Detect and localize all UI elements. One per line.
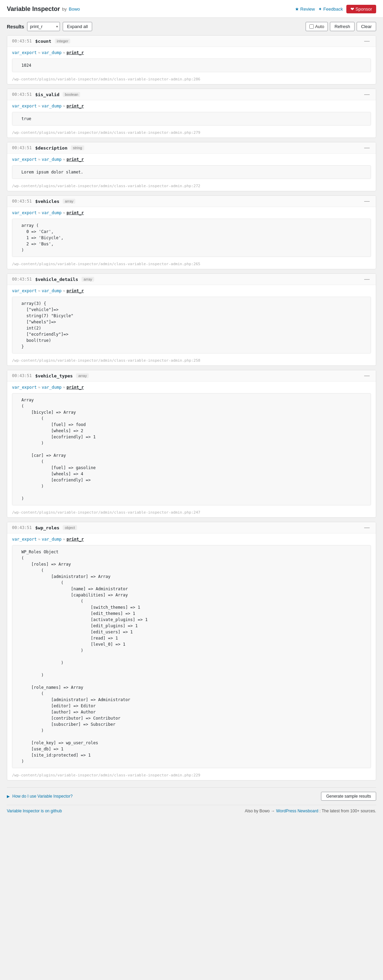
github-link[interactable]: is on github [41, 808, 62, 813]
plugin-link[interactable]: Variable Inspector [7, 808, 40, 813]
auto-checkbox[interactable] [310, 24, 314, 29]
result-header: 00:43:51 $is_valid boolean — [7, 89, 376, 100]
tab-var_export[interactable]: var_export [12, 385, 37, 390]
output-code: array(3) { ["vehicle"]=> string(7) "Bicy… [12, 297, 371, 353]
help-link[interactable]: How do I use Variable Inspector? [12, 794, 73, 799]
tab-var_export[interactable]: var_export [12, 50, 37, 55]
newsboard-link[interactable]: WordPress Newsboard [276, 808, 318, 813]
result-header-left: 00:43:51 $count integer [12, 39, 70, 44]
tab-separator: ≈ [38, 537, 40, 542]
toolbar-left: Results print_r var_dump var_export ▾ Ex… [7, 22, 92, 31]
result-card: 00:43:51 $wp_roles object — var_export≈v… [7, 522, 376, 781]
tab-var_export[interactable]: var_export [12, 157, 37, 162]
result-footer: /wp-content/plugins/variable-inspector/a… [7, 357, 376, 366]
timestamp: 00:43:51 [12, 92, 32, 97]
also-by-text: Also by Bowo → [245, 808, 275, 813]
tab-print_r[interactable]: print_r [67, 210, 84, 215]
collapse-button[interactable]: — [363, 199, 371, 204]
tab-var_export[interactable]: var_export [12, 210, 37, 215]
result-body: var_export≈var_dump≈print_r Array ( [bic… [7, 382, 376, 509]
clear-button[interactable]: Clear [357, 22, 376, 31]
result-card: 00:43:51 $count integer — var_export≈var… [7, 35, 376, 84]
tab-var_export[interactable]: var_export [12, 288, 37, 293]
page-header: Variable Inspector by Bowo ★ Review ✦ Fe… [0, 0, 383, 18]
tab-var_dump[interactable]: var_dump [42, 288, 62, 293]
tab-separator: ≈ [38, 104, 40, 108]
review-link[interactable]: ★ Review [295, 6, 315, 12]
result-body: var_export≈var_dump≈print_r true [7, 100, 376, 129]
sponsor-button[interactable]: ❤ Sponsor [346, 5, 376, 13]
result-header: 00:43:51 $description string — [7, 142, 376, 154]
tab-print_r[interactable]: print_r [67, 50, 84, 55]
collapse-button[interactable]: — [363, 145, 371, 151]
output-tabs: var_export≈var_dump≈print_r [12, 104, 371, 108]
timestamp: 00:43:51 [12, 373, 32, 378]
timestamp: 00:43:51 [12, 39, 32, 43]
format-select[interactable]: print_r var_dump var_export [27, 22, 60, 31]
tab-print_r[interactable]: print_r [67, 157, 84, 162]
tab-separator: ≈ [63, 288, 65, 293]
tab-var_export[interactable]: var_export [12, 537, 37, 542]
output-code: 1024 [12, 59, 371, 72]
tab-var_dump[interactable]: var_dump [42, 50, 62, 55]
var-name: $vehicle_details [35, 277, 78, 282]
result-footer: /wp-content/plugins/variable-inspector/a… [7, 260, 376, 269]
tab-print_r[interactable]: print_r [67, 104, 84, 108]
page-footer: ▶ How do I use Variable Inspector? Gener… [7, 788, 376, 805]
tab-separator: ≈ [63, 537, 65, 542]
expand-all-button[interactable]: Expand all [63, 22, 93, 31]
var-type: object [63, 525, 77, 530]
tab-print_r[interactable]: print_r [67, 537, 84, 542]
collapse-button[interactable]: — [363, 525, 371, 530]
tab-separator: ≈ [63, 104, 65, 108]
generate-button[interactable]: Generate sample results [321, 792, 376, 801]
var-type: boolean [63, 92, 80, 97]
result-header-left: 00:43:51 $vehicles array [12, 199, 75, 204]
format-select-wrap: print_r var_dump var_export ▾ [27, 22, 60, 31]
output-tabs: var_export≈var_dump≈print_r [12, 385, 371, 390]
tab-var_dump[interactable]: var_dump [42, 210, 62, 215]
timestamp: 00:43:51 [12, 277, 32, 282]
collapse-button[interactable]: — [363, 373, 371, 379]
tab-print_r[interactable]: print_r [67, 288, 84, 293]
chevron-right-icon: ▶ [7, 794, 10, 799]
tab-var_dump[interactable]: var_dump [42, 385, 62, 390]
result-card: 00:43:51 $vehicle_types array — var_expo… [7, 370, 376, 518]
result-body: var_export≈var_dump≈print_r array ( 0 =>… [7, 207, 376, 260]
results-list: 00:43:51 $count integer — var_export≈var… [7, 35, 376, 781]
latest-text: : The latest from 100+ sources. [319, 808, 376, 813]
output-code: Lorem ipsum dolor slamet. [12, 165, 371, 179]
site-footer: Variable Inspector is on github Also by … [7, 805, 376, 817]
result-header-left: 00:43:51 $vehicle_details array [12, 277, 94, 282]
author-link[interactable]: Bowo [69, 6, 80, 12]
site-footer-left: Variable Inspector is on github [7, 808, 62, 813]
var-type: array [63, 199, 75, 204]
tab-var_dump[interactable]: var_dump [42, 104, 62, 108]
tab-separator: ≈ [63, 157, 65, 162]
var-type: string [71, 145, 84, 150]
tab-var_dump[interactable]: var_dump [42, 157, 62, 162]
tab-print_r[interactable]: print_r [67, 385, 84, 390]
auto-checkbox-label[interactable]: Auto [306, 22, 328, 31]
feedback-link[interactable]: ✦ Feedback [318, 6, 343, 12]
tab-var_dump[interactable]: var_dump [42, 537, 62, 542]
var-type: array [76, 373, 89, 378]
timestamp: 00:43:51 [12, 199, 32, 204]
var-type: integer [55, 39, 70, 43]
collapse-button[interactable]: — [363, 92, 371, 97]
result-header-left: 00:43:51 $description string [12, 145, 84, 151]
refresh-button[interactable]: Refresh [330, 22, 354, 31]
output-code: true [12, 112, 371, 126]
output-tabs: var_export≈var_dump≈print_r [12, 210, 371, 215]
collapse-button[interactable]: — [363, 38, 371, 44]
collapse-button[interactable]: — [363, 277, 371, 282]
result-card: 00:43:51 $vehicle_details array — var_ex… [7, 274, 376, 366]
var-type: array [81, 277, 94, 282]
auto-label: Auto [315, 24, 324, 29]
tab-separator: ≈ [38, 50, 40, 55]
tab-var_export[interactable]: var_export [12, 104, 37, 108]
result-card: 00:43:51 $vehicles array — var_export≈va… [7, 196, 376, 269]
var-name: $description [35, 145, 67, 151]
header-actions: ★ Review ✦ Feedback ❤ Sponsor [295, 5, 376, 13]
var-name: $vehicles [35, 199, 59, 204]
